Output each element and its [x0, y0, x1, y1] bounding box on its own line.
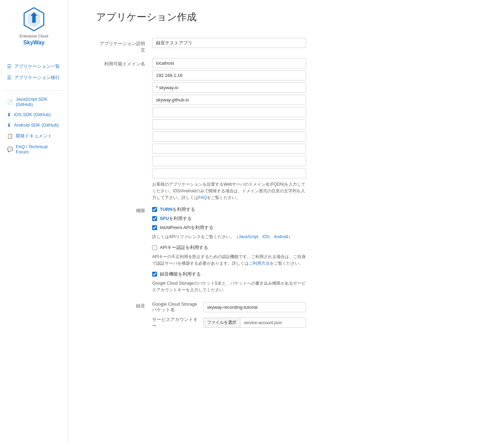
bucket-label-text: Google Cloud Storage バケット名 [152, 301, 197, 312]
sfu-checkbox-row: SFUを利用する [152, 215, 306, 222]
bucket-name-input[interactable] [203, 302, 306, 312]
sidebar-divider [4, 90, 64, 91]
sidebar-label-js-sdk: JavaScript SDK (GitHub) [16, 97, 61, 107]
listallpeers-label[interactable]: listAllPeers APIを利用する [160, 224, 213, 231]
recording-checkbox-row: 録音機能を利用する [152, 271, 306, 277]
sfu-label-post: を利用する [169, 216, 192, 221]
logo-brand: SkyWay [20, 39, 48, 47]
listallpeers-label-text: listAllPeers API [160, 225, 191, 230]
domain-inputs [152, 58, 306, 178]
sidebar-section-resources: 📄 JavaScript SDK (GitHub) ⬇ iOS SDK (Git… [4, 94, 64, 157]
download-ios-icon: ⬇ [7, 112, 11, 117]
sidebar-navigation: ☰ アプリケーション一覧 ☰ アプリケーション移行 📄 JavaScript S… [0, 61, 68, 164]
turn-link-text: TURN [160, 207, 172, 212]
domain-input-6[interactable] [152, 131, 306, 142]
sfu-checkbox[interactable] [152, 216, 157, 221]
skyway-logo-icon [23, 7, 44, 31]
sfu-link-text: SFU [160, 216, 169, 221]
sidebar-item-app-migrate[interactable]: ☰ アプリケーション移行 [4, 72, 64, 83]
domain-field: お客様のアプリケーションを設置するWebサーバのドメイン名(FQDN)を入力して… [152, 58, 306, 201]
app-description-field [152, 38, 306, 48]
turn-label[interactable]: TURNを利用する [160, 206, 195, 213]
domain-input-3[interactable] [152, 95, 306, 105]
sidebar-item-android-sdk[interactable]: ⬇ Android SDK (GitHub) [4, 120, 64, 130]
bucket-name-label: Google Cloud Storage バケット名 [152, 301, 198, 313]
logo-company: Enterprise Cloud [20, 34, 48, 39]
bucket-name-row: Google Cloud Storage バケット名 [152, 301, 306, 313]
migrate-icon: ☰ [7, 75, 12, 80]
sidebar: Enterprise Cloud SkyWay ☰ アプリケーション一覧 ☰ ア… [0, 0, 68, 442]
domain-row: 利用可能ドメイン名 お客様のアプリケーションを設置するWebサーバのドメイン名(… [96, 58, 487, 201]
download-android-icon: ⬇ [7, 122, 11, 128]
sidebar-item-dev-docs[interactable]: 📋 開発ドキュメント [4, 130, 64, 142]
apikey-hint: APIキーの不正利用を防止するための認証機能です。ご利用される場合は、ご自身で認… [152, 254, 306, 267]
list-icon: ☰ [7, 64, 12, 69]
apikey-hint-link[interactable]: ご利用方法 [249, 261, 270, 266]
sidebar-item-faq[interactable]: 💬 FAQ / Technical Forum [4, 142, 64, 157]
domain-input-5[interactable] [152, 119, 306, 129]
sfu-label[interactable]: SFUを利用する [160, 215, 192, 222]
listallpeers-ios-link[interactable]: iOS [262, 234, 269, 239]
sidebar-label-faq: FAQ / Technical Forum [16, 144, 61, 155]
domain-input-8[interactable] [152, 156, 306, 166]
file-select-button[interactable]: ファイルを選択 [204, 318, 240, 327]
sidebar-item-js-sdk[interactable]: 📄 JavaScript SDK (GitHub) [4, 94, 64, 109]
main-content: アプリケーション作成 アプリケーション説明文 利用可能ドメイン名 [68, 0, 504, 442]
apikey-auth-label[interactable]: APIキー認証を利用する [160, 244, 208, 251]
recording-settings-row: 録音 Google Cloud Storage バケット名 サービスアカウントキ… [96, 301, 487, 333]
permissions-row: 権限 TURNを利用する SFUを利用する [96, 206, 487, 298]
recording-label[interactable]: 録音機能を利用する [160, 271, 201, 277]
file-name-display: service-account.json [240, 319, 285, 327]
listallpeers-android-link[interactable]: Android [274, 234, 288, 239]
apikey-auth-label-text: APIキー認証を利用する [160, 245, 208, 250]
sidebar-label-ios-sdk: iOS SDK (GitHub) [14, 112, 51, 117]
listallpeers-checkbox-row: listAllPeers APIを利用する [152, 224, 306, 231]
app-description-label: アプリケーション説明文 [96, 38, 152, 53]
domain-hint-suffix: をご覧ください。 [207, 195, 240, 200]
service-account-label: サービスアカウントキー [152, 316, 198, 329]
turn-checkbox[interactable] [152, 207, 157, 212]
turn-label-post: を利用する [172, 207, 195, 212]
service-account-row: サービスアカウントキー ファイルを選択 service-account.json [152, 316, 306, 329]
domain-hint-faq-link[interactable]: FAQ [198, 195, 207, 200]
recording-checkbox[interactable] [152, 272, 157, 277]
domain-input-7[interactable] [152, 144, 306, 154]
file-input-wrapper: ファイルを選択 service-account.json [203, 318, 306, 328]
recording-label-text: 録音機能を利用する [160, 271, 201, 277]
app-creation-form: アプリケーション説明文 利用可能ドメイン名 [96, 38, 487, 337]
app-description-input[interactable] [152, 38, 306, 48]
turn-checkbox-row: TURNを利用する [152, 206, 306, 213]
domain-input-1[interactable] [152, 70, 306, 80]
sidebar-label-dev-docs: 開発ドキュメント [16, 133, 52, 139]
recording-hint: Google Cloud StorageのバケットS名と、バケットへの書き込み権… [152, 280, 306, 293]
apikey-checkbox-row: APIキー認証を利用する [152, 244, 306, 251]
domain-input-9[interactable] [152, 168, 306, 178]
domain-input-2[interactable] [152, 83, 306, 93]
recording-settings-content: Google Cloud Storage バケット名 サービスアカウントキー フ… [152, 301, 306, 333]
sidebar-label-app-list: アプリケーション一覧 [14, 63, 60, 70]
sidebar-label-app-migrate: アプリケーション移行 [14, 74, 60, 81]
doc-icon: 📄 [7, 99, 13, 105]
listallpeers-hint: 詳しくはAPIリファレンスをご覧ください。（JavaScript、iOS、And… [152, 234, 306, 240]
docs-icon: 📋 [7, 133, 13, 139]
logo-area: Enterprise Cloud SkyWay [20, 7, 48, 50]
sidebar-item-ios-sdk[interactable]: ⬇ iOS SDK (GitHub) [4, 109, 64, 120]
listallpeers-checkbox[interactable] [152, 225, 157, 230]
page-title: アプリケーション作成 [96, 10, 487, 24]
sidebar-label-android-sdk: Android SDK (GitHub) [14, 122, 59, 128]
permissions-label: 権限 [96, 206, 152, 214]
listallpeers-js-link[interactable]: JavaScript [239, 234, 258, 239]
sidebar-item-app-list[interactable]: ☰ アプリケーション一覧 [4, 61, 64, 72]
domain-label: 利用可能ドメイン名 [96, 58, 152, 67]
listallpeers-label-post: を利用する [191, 225, 213, 230]
logo-text: Enterprise Cloud SkyWay [20, 34, 48, 47]
apikey-auth-checkbox[interactable] [152, 245, 157, 250]
domain-hint: お客様のアプリケーションを設置するWebサーバのドメイン名(FQDN)を入力して… [152, 181, 306, 201]
recording-settings-label: 録音 [96, 301, 152, 309]
domain-input-4[interactable] [152, 107, 306, 117]
permissions-content: TURNを利用する SFUを利用する listAllPeers APIを利用する [152, 206, 306, 298]
app-description-row: アプリケーション説明文 [96, 38, 487, 53]
chat-icon: 💬 [7, 147, 13, 152]
domain-input-0[interactable] [152, 58, 306, 68]
sidebar-section-apps: ☰ アプリケーション一覧 ☰ アプリケーション移行 [4, 61, 64, 83]
